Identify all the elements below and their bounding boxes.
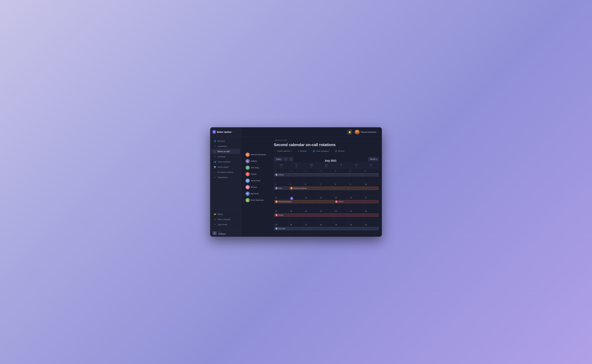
- integrations-icon: ✦: [214, 176, 216, 178]
- calendar-nav: Today ‹ › July 2021 Month ▾: [274, 157, 379, 161]
- calendar-day-header: Sat2: [349, 163, 364, 169]
- calendar-date: 31: [365, 224, 378, 226]
- calendar-date: 28: [320, 224, 333, 226]
- event-label: Big Head: [278, 228, 285, 229]
- logo-dropdown-icon: ▾: [233, 131, 234, 133]
- app-window: ⚡ Better Uptime ▾ 🌐 Monitors 〜 Heartbeat…: [210, 127, 382, 237]
- calendar-date: 9: [350, 183, 362, 185]
- calendar-day-header: Sun3: [364, 163, 379, 169]
- sidebar-item-status-pages[interactable]: 📡 Status pages: [211, 164, 240, 169]
- sidebar-item-billing[interactable]: 💳 Billing: [211, 212, 240, 217]
- event-avatar: R: [275, 201, 278, 203]
- member-name: Jared Dunn: [251, 180, 260, 182]
- remove-button[interactable]: 🗑 Remove: [333, 149, 346, 153]
- notifications-button[interactable]: 🔔: [347, 129, 353, 135]
- calendar-event[interactable]: DDinesh: [334, 200, 379, 203]
- member-name: Monica: [251, 186, 257, 188]
- calendar-week-row: 27282930123GGilfoyle: [274, 169, 379, 182]
- sidebar-item-team-members[interactable]: 👥 Team members: [211, 159, 240, 164]
- calendar-date: 13: [305, 197, 318, 199]
- calendar-event[interactable]: DDinesh: [274, 214, 379, 217]
- sidebar-item-integrations[interactable]: ✦ Integrations: [211, 175, 240, 180]
- member-avatar: D: [246, 172, 250, 176]
- calendar-event[interactable]: GGilfoyle: [274, 173, 379, 176]
- calendar-event[interactable]: GGilfo...: [274, 187, 289, 190]
- export-calendar-button[interactable]: ↑ Export calendar ▾: [274, 149, 293, 153]
- rotation-member[interactable]: :: G Gilfoyle: [241, 158, 271, 164]
- sidebar-item-whos-on-call[interactable]: 📞 Who's on call?: [211, 149, 240, 154]
- rotation-member[interactable]: :: E Erlich Bachman: [241, 197, 271, 203]
- team-members-icon: 👥: [214, 161, 216, 163]
- user-menu[interactable]: Richard Hendricks ▾: [355, 130, 378, 134]
- member-avatar: B: [246, 192, 250, 196]
- incidents-icon: 🛡: [214, 155, 216, 158]
- calendar-date: 18: [275, 210, 287, 212]
- drag-handle-icon: ::: [243, 199, 244, 201]
- calendar-event[interactable]: RRichard Hendricks: [274, 200, 334, 203]
- sidebar-item-escalation-policies[interactable]: ↕ Escalation policies: [211, 169, 240, 175]
- member-avatar: J: [246, 179, 250, 183]
- breadcrumb-label: Who's on call?: [275, 139, 287, 141]
- export-icon: ↑: [276, 150, 276, 152]
- notification-dot: [350, 130, 352, 131]
- rotation-panel: :: R Richard Hendricks :: G Gilfoyle :: …: [241, 137, 271, 237]
- sidebar-label-billing: Billing: [218, 213, 223, 215]
- billing-icon: 💳: [214, 213, 216, 215]
- month-view-button[interactable]: Month ▾: [368, 157, 379, 161]
- rename-button[interactable]: ✎ Rename: [296, 149, 308, 153]
- rotation-member[interactable]: :: B Big Head: [241, 190, 271, 197]
- event-avatar: B: [275, 228, 278, 230]
- member-avatar: J: [246, 166, 250, 170]
- page-content: :: R Richard Hendricks :: G Gilfoyle :: …: [241, 137, 382, 237]
- team-logo: [213, 231, 217, 235]
- sidebar-item-monitors[interactable]: 🌐 Monitors: [211, 138, 240, 143]
- calendar-date: 4: [275, 183, 287, 185]
- today-button[interactable]: Today: [274, 157, 283, 161]
- drag-handle-icon: ::: [243, 180, 244, 182]
- calendar-date: 16: [350, 197, 362, 199]
- calendar-date: 29: [335, 224, 347, 226]
- invite-icon: 👤: [313, 150, 315, 152]
- calendar-week-row: 18192021222324DDinesh: [274, 209, 379, 223]
- breadcrumb[interactable]: ‹ Who's on call?: [274, 139, 379, 141]
- rotation-member[interactable]: :: J Jared Dunn: [241, 177, 271, 184]
- calendar-date: 20: [305, 210, 318, 212]
- status-pages-icon: 📡: [214, 166, 216, 168]
- logo-icon: ⚡: [213, 130, 216, 134]
- sidebar-item-heartbeats[interactable]: 〜 Heartbeats: [211, 144, 240, 149]
- rotation-member[interactable]: :: D Dinesh: [241, 171, 271, 177]
- page-header: ‹ Who's on call? Second calendar on-call…: [274, 137, 379, 157]
- next-month-button[interactable]: ›: [289, 157, 293, 161]
- user-name: Richard Hendricks: [361, 131, 376, 133]
- svg-point-2: [356, 131, 358, 132]
- team-section[interactable]: Team PiedPiper ⌃⌄: [210, 229, 241, 237]
- calendar-date: 26: [290, 224, 303, 226]
- sidebar-label-escalation: Escalation policies: [218, 171, 233, 173]
- sidebar-item-help-support[interactable]: ◎ Help & Support: [211, 217, 240, 222]
- calendar-date: 10: [365, 183, 378, 185]
- rotation-member[interactable]: :: M Monica: [241, 184, 271, 190]
- escalation-icon: ↕: [214, 171, 216, 173]
- calendar-event[interactable]: BBig Head: [274, 227, 379, 230]
- member-avatar: R: [246, 153, 250, 157]
- sidebar-item-incidents[interactable]: 🛡 Incidents: [211, 154, 240, 159]
- calendar-date: 22: [335, 210, 347, 212]
- breadcrumb-back-icon: ‹: [274, 139, 274, 141]
- sidebar-item-light-mode[interactable]: ☀ Light mode: [211, 222, 240, 227]
- member-name: Gilfoyle: [251, 160, 257, 162]
- event-label: Richard Hendricks: [278, 201, 292, 202]
- member-name: Big Head: [251, 193, 258, 195]
- invite-colleagues-button[interactable]: 👤 Invite colleagues: [311, 149, 331, 153]
- rotation-member[interactable]: :: J Jian Yang: [241, 164, 271, 171]
- calendar-date: 27: [305, 224, 318, 226]
- member-name: Jian Yang: [251, 167, 259, 169]
- calendar-event[interactable]: RRichard Hendricks: [289, 187, 379, 190]
- calendar-today-date: 12: [290, 197, 293, 200]
- drag-handle-icon: ::: [243, 193, 244, 195]
- calendar-date: 3: [365, 170, 378, 172]
- rotation-member[interactable]: :: R Richard Hendricks: [241, 151, 271, 158]
- rename-icon: ✎: [298, 150, 299, 152]
- calendar-date: 19: [290, 210, 303, 212]
- prev-month-button[interactable]: ‹: [284, 157, 288, 161]
- app-logo[interactable]: ⚡ Better Uptime ▾: [210, 127, 241, 136]
